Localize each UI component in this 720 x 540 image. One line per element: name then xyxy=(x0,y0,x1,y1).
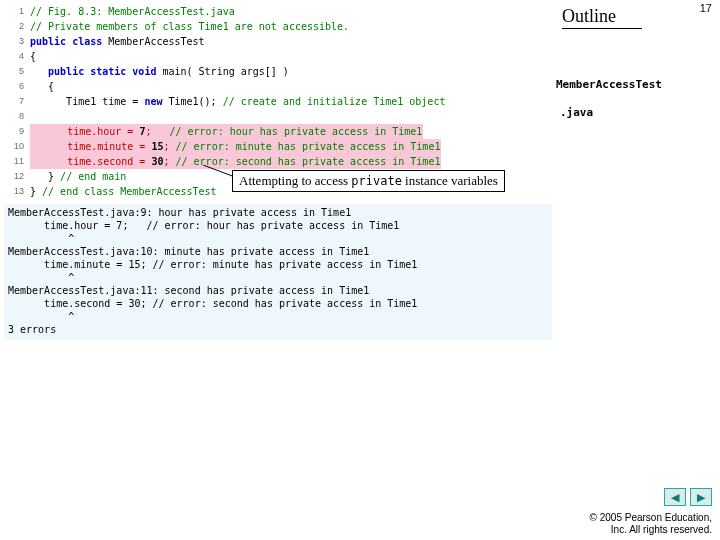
sidebar-class-name: MemberAccessTest xyxy=(556,78,662,91)
code-line: 5 public static void main( String args[]… xyxy=(4,64,550,79)
triangle-left-icon: ◀ xyxy=(671,491,679,504)
line-number: 11 xyxy=(4,154,30,169)
line-number: 12 xyxy=(4,169,30,184)
code-line: 3public class MemberAccessTest xyxy=(4,34,550,49)
code-content: Time1 time = new Time1(); // create and … xyxy=(30,94,445,109)
highlighted-code: time.second = 30; // error: second has p… xyxy=(30,154,441,169)
line-number: 8 xyxy=(4,109,30,124)
highlighted-code: time.minute = 15; // error: minute has p… xyxy=(30,139,441,154)
code-line: 1// Fig. 8.3: MemberAccessTest.java xyxy=(4,4,550,19)
line-number: 10 xyxy=(4,139,30,154)
code-line: 6 { xyxy=(4,79,550,94)
callout-text-after: instance variables xyxy=(402,173,498,188)
code-line: 8 xyxy=(4,109,550,124)
code-content: } // end class MemberAccessTest xyxy=(30,184,217,199)
code-line: 10 time.minute = 15; // error: minute ha… xyxy=(4,139,550,154)
code-line: 11 time.second = 30; // error: second ha… xyxy=(4,154,550,169)
code-content: { xyxy=(30,79,54,94)
copyright: © 2005 Pearson Education, Inc. All right… xyxy=(590,512,712,536)
code-content: // Fig. 8.3: MemberAccessTest.java xyxy=(30,4,235,19)
outline-heading: Outline xyxy=(562,6,642,29)
line-number: 4 xyxy=(4,49,30,64)
page-number: 17 xyxy=(700,2,712,14)
line-number: 1 xyxy=(4,4,30,19)
line-number: 7 xyxy=(4,94,30,109)
line-number: 2 xyxy=(4,19,30,34)
code-content: public class MemberAccessTest xyxy=(30,34,205,49)
code-content: public static void main( String args[] ) xyxy=(30,64,289,79)
code-content: time.second = 30; // error: second has p… xyxy=(30,154,441,169)
copyright-line2: Inc. All rights reserved. xyxy=(590,524,712,536)
nav-buttons: ◀ ▶ xyxy=(664,488,712,506)
code-line: 2// Private members of class Time1 are n… xyxy=(4,19,550,34)
code-content: time.minute = 15; // error: minute has p… xyxy=(30,139,441,154)
compiler-output: MemberAccessTest.java:9: hour has privat… xyxy=(4,204,552,340)
code-line: 7 Time1 time = new Time1(); // create an… xyxy=(4,94,550,109)
callout-text-before: Attempting to access xyxy=(239,173,351,188)
line-number: 13 xyxy=(4,184,30,199)
triangle-right-icon: ▶ xyxy=(697,491,705,504)
code-line: 4{ xyxy=(4,49,550,64)
callout-keyword: private xyxy=(351,174,402,188)
code-content: { xyxy=(30,49,36,64)
line-number: 3 xyxy=(4,34,30,49)
code-line: 9 time.hour = 7; // error: hour has priv… xyxy=(4,124,550,139)
code-content: time.hour = 7; // error: hour has privat… xyxy=(30,124,423,139)
copyright-line1: © 2005 Pearson Education, xyxy=(590,512,712,524)
callout-box: Attempting to access private instance va… xyxy=(232,170,505,192)
code-content: // Private members of class Time1 are no… xyxy=(30,19,349,34)
line-number: 9 xyxy=(4,124,30,139)
next-button[interactable]: ▶ xyxy=(690,488,712,506)
line-number: 6 xyxy=(4,79,30,94)
prev-button[interactable]: ◀ xyxy=(664,488,686,506)
highlighted-code: time.hour = 7; // error: hour has privat… xyxy=(30,124,423,139)
line-number: 5 xyxy=(4,64,30,79)
code-content: } // end main xyxy=(30,169,126,184)
sidebar-file-ext: .java xyxy=(560,106,593,119)
